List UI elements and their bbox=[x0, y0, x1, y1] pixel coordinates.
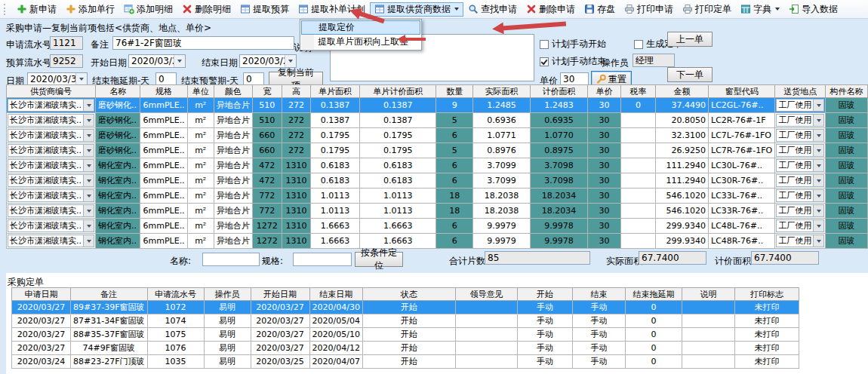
order-row[interactable]: 2020/03/2488#23-27F门顶玻1035易明2020/03/2520… bbox=[12, 355, 799, 369]
dropdown-arrow-icon[interactable] bbox=[813, 175, 823, 186]
plan-manual-end-checkbox[interactable]: 计划手动结束 bbox=[540, 55, 606, 68]
toolbar-delete-detail[interactable]: 删除明细 bbox=[177, 2, 235, 17]
plan-manual-start-checkbox[interactable]: 计划手动开始 bbox=[540, 38, 606, 51]
detail-row[interactable]: 长沙市潇湘玻璃实..钢化室内..6mmPLE..m²异地合片127213101.… bbox=[7, 219, 868, 234]
order-column-header-11[interactable]: 说明 bbox=[682, 288, 734, 301]
cell-dropdown[interactable]: 工厂使用 bbox=[776, 114, 824, 127]
detail-row[interactable]: 长沙市潇湘玻璃实..钢化室内..6mmPLE..m²异地合片47213100.6… bbox=[7, 173, 868, 189]
detail-row[interactable]: 长沙市潇湘玻璃实..钢化室内..6mmPLE..m²异地合片47213100.6… bbox=[7, 158, 868, 173]
detail-column-header-14[interactable]: 金额 bbox=[655, 85, 708, 98]
detail-column-header-6[interactable]: 高 bbox=[282, 85, 311, 98]
detail-column-header-17[interactable]: 构件名称 bbox=[826, 85, 868, 98]
detail-column-header-8[interactable]: 单片计价面积 bbox=[359, 85, 436, 98]
locate-by-condition-button[interactable]: 按条件定位 bbox=[355, 252, 403, 267]
filter-name-input[interactable] bbox=[202, 253, 260, 266]
cell-dropdown[interactable]: 长沙市潇湘玻璃实.. bbox=[8, 159, 94, 172]
dropdown-arrow-icon[interactable] bbox=[83, 115, 94, 126]
detail-row[interactable]: 长沙市潇湘玻璃实..钢化室内..6mmPLE..m²异地合片77213101.0… bbox=[7, 204, 868, 219]
toolbar-add-detail[interactable]: 添加明细 bbox=[119, 2, 177, 17]
detail-column-header-10[interactable]: 实际面积 bbox=[473, 85, 531, 98]
detail-column-header-16[interactable]: 送货地点 bbox=[775, 85, 826, 98]
application-no-field[interactable] bbox=[50, 36, 83, 50]
cell-dropdown[interactable]: 长沙市潇湘玻璃实.. bbox=[8, 204, 94, 217]
toolbar-extract-supplier-data[interactable]: 提取供货商数据 bbox=[370, 2, 463, 17]
toolbar-search-application[interactable]: 查找申请 bbox=[463, 2, 522, 17]
detail-row[interactable]: 长沙市潇湘玻璃实..磨砂钢化..6mmPLE..m²异地合片5102720.13… bbox=[7, 113, 868, 128]
cell-dropdown[interactable]: 工厂使用 bbox=[776, 219, 824, 232]
order-column-header-3[interactable]: 操作员 bbox=[204, 288, 251, 301]
order-column-header-10[interactable]: 结束拖延期 bbox=[625, 288, 682, 301]
cell-dropdown[interactable]: 工厂使用 bbox=[776, 159, 824, 172]
detail-column-header-1[interactable]: 名称 bbox=[96, 85, 140, 98]
toolbar-new-application[interactable]: 新申请 bbox=[12, 2, 61, 17]
order-column-header-4[interactable]: 开始日期 bbox=[251, 288, 309, 301]
detail-row[interactable]: 长沙市潇湘玻璃实..钢化室内..6mmPLE..m²异地合片127213101.… bbox=[7, 234, 868, 249]
order-column-header-1[interactable]: 备注 bbox=[71, 288, 148, 301]
remark-field[interactable] bbox=[112, 36, 294, 50]
cell-dropdown[interactable]: 工厂使用 bbox=[776, 129, 824, 142]
detail-column-header-13[interactable]: 税率 bbox=[621, 85, 656, 98]
dropdown-arrow-icon[interactable] bbox=[83, 100, 94, 111]
dropdown-arrow-icon[interactable] bbox=[813, 190, 823, 201]
toolbar-extract-budget[interactable]: 提取预算 bbox=[235, 2, 294, 17]
order-column-header-7[interactable]: 领导意见 bbox=[455, 288, 517, 301]
order-row[interactable]: 2020/03/2774#9F窗固玻1076易明2020/03/272020/0… bbox=[12, 342, 799, 355]
cell-dropdown[interactable]: 工厂使用 bbox=[776, 144, 824, 157]
dropdown-arrow-icon[interactable] bbox=[83, 235, 94, 247]
cell-dropdown[interactable]: 工厂使用 bbox=[776, 174, 824, 187]
detail-column-header-9[interactable]: 数量 bbox=[436, 85, 473, 98]
detail-row[interactable]: 长沙市潇湘玻璃实..磨砂钢化..6mmPLE..m²异地合片5102720.13… bbox=[7, 98, 868, 113]
order-row[interactable]: 2020/03/2788#35-37F窗固玻1075易明2020/03/2720… bbox=[12, 328, 799, 342]
order-column-header-5[interactable]: 结束日期 bbox=[309, 288, 362, 301]
toolbar-delete-application[interactable]: 删除申请 bbox=[522, 2, 580, 17]
detail-column-header-7[interactable]: 单片面积 bbox=[311, 85, 360, 98]
dropdown-menu-item-1[interactable]: 提取定价 bbox=[301, 20, 420, 35]
detail-column-header-5[interactable]: 宽 bbox=[252, 85, 282, 98]
order-row[interactable]: 2020/03/2787#31-34F窗固玻1074易明2020/03/2720… bbox=[12, 314, 799, 328]
toolbar-dictionary[interactable]: 字典 bbox=[736, 2, 784, 17]
operator-field[interactable] bbox=[633, 54, 675, 67]
order-column-header-12[interactable]: 打印标志 bbox=[734, 288, 799, 301]
toolbar-print-order[interactable]: 打印定单 bbox=[678, 2, 736, 17]
toolbar-save[interactable]: 存盘 bbox=[580, 2, 620, 17]
dropdown-arrow-icon[interactable] bbox=[813, 130, 823, 141]
dropdown-arrow-icon[interactable] bbox=[83, 220, 94, 231]
dropdown-arrow-icon[interactable] bbox=[83, 190, 94, 201]
toolbar-print-application[interactable]: 打印申请 bbox=[620, 2, 678, 17]
cell-dropdown[interactable]: 工厂使用 bbox=[776, 235, 824, 247]
dropdown-arrow-icon[interactable] bbox=[813, 100, 823, 111]
order-column-header-8[interactable]: 开始 bbox=[517, 288, 572, 301]
toolbar-import-data[interactable]: 导入数据 bbox=[784, 2, 842, 17]
order-column-header-9[interactable]: 结束 bbox=[572, 288, 625, 301]
cell-dropdown[interactable]: 长沙市潇湘玻璃实.. bbox=[8, 114, 94, 127]
order-row[interactable]: 2020/03/2789#37-39F窗固玻1072易明2020/03/2720… bbox=[12, 301, 799, 314]
detail-column-header-0[interactable]: 供货商编号 bbox=[7, 85, 96, 98]
detail-column-header-15[interactable]: 窗型代码 bbox=[709, 85, 775, 98]
dropdown-arrow-icon[interactable] bbox=[83, 160, 94, 171]
budget-no-field[interactable] bbox=[50, 54, 83, 68]
actual-area-field[interactable] bbox=[639, 251, 706, 265]
cell-dropdown[interactable]: 工厂使用 bbox=[776, 189, 824, 202]
start-date-combo[interactable]: 2020/03/21 bbox=[128, 54, 186, 68]
filter-spec-input[interactable] bbox=[293, 253, 352, 266]
dropdown-arrow-icon[interactable] bbox=[813, 220, 823, 231]
cell-dropdown[interactable]: 长沙市潇湘玻璃实.. bbox=[8, 219, 94, 232]
combo-arrow-icon[interactable] bbox=[75, 73, 87, 85]
total-pieces-field[interactable] bbox=[485, 251, 590, 265]
detail-row[interactable]: 长沙市潇湘玻璃实..磨砂钢化..6mmPLE..m²异地合片6602720.17… bbox=[7, 128, 868, 143]
dropdown-arrow-icon[interactable] bbox=[83, 205, 94, 216]
detail-column-header-2[interactable]: 规格 bbox=[140, 85, 187, 98]
dropdown-arrow-icon[interactable] bbox=[813, 115, 823, 126]
order-column-header-2[interactable]: 申请流水号 bbox=[147, 288, 204, 301]
dropdown-arrow-icon[interactable] bbox=[83, 130, 94, 141]
dropdown-arrow-icon[interactable] bbox=[813, 235, 823, 247]
dropdown-arrow-icon[interactable] bbox=[83, 175, 94, 186]
cell-dropdown[interactable]: 工厂使用 bbox=[776, 204, 824, 217]
combo-arrow-icon[interactable] bbox=[285, 55, 296, 67]
toolbar-add-single-row[interactable]: 添加单行 bbox=[61, 2, 119, 17]
dropdown-arrow-icon[interactable] bbox=[813, 160, 823, 171]
cell-dropdown[interactable]: 长沙市潇湘玻璃实.. bbox=[8, 99, 94, 112]
cell-dropdown[interactable]: 工厂使用 bbox=[776, 99, 824, 112]
detail-column-header-12[interactable]: 单价 bbox=[587, 85, 620, 98]
prev-order-button[interactable]: 上一单 bbox=[667, 32, 713, 47]
